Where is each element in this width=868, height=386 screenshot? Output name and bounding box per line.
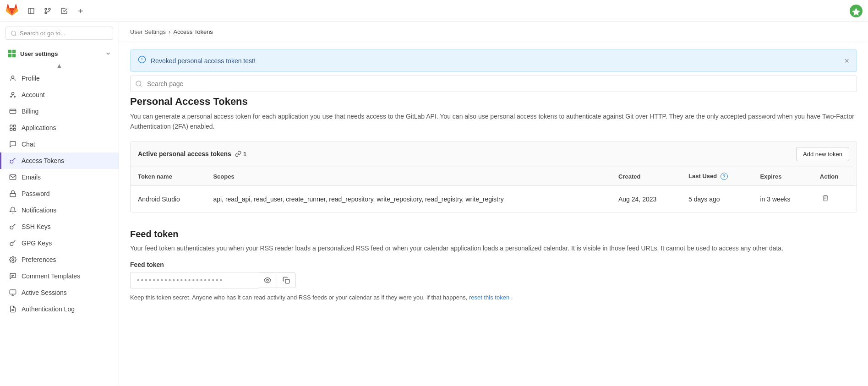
gpg-keys-icon (9, 239, 17, 247)
svg-rect-20 (10, 128, 12, 130)
svg-rect-16 (10, 109, 16, 113)
col-action: Action (813, 167, 857, 186)
sidebar-item-authentication-log[interactable]: Authentication Log (0, 301, 119, 317)
sidebar-nav: Profile Account Billing Applications (0, 70, 119, 317)
svg-rect-29 (10, 290, 16, 294)
sidebar-item-applications[interactable]: Applications (0, 120, 119, 136)
feed-token-description: Your feed token authenticates you when y… (130, 243, 857, 253)
gitlab-logo (5, 4, 18, 18)
breadcrumb-separator: › (169, 28, 170, 35)
token-table-header-left: Active personal access tokens 1 (138, 150, 246, 158)
active-token-count: 1 (243, 151, 246, 158)
token-name-cell: Android Studio (131, 186, 206, 212)
preferences-icon (9, 256, 17, 264)
sidebar: Search or go to... User settings ▲ (0, 22, 119, 386)
sidebar-item-access-tokens[interactable]: Access Tokens (0, 152, 119, 169)
applications-icon (9, 124, 17, 132)
active-sessions-icon (9, 288, 17, 297)
sidebar-item-comment-templates[interactable]: Comment Templates (0, 268, 119, 284)
search-page-input[interactable] (130, 76, 857, 92)
delete-token-button[interactable] (820, 192, 831, 206)
sidebar-item-profile[interactable]: Profile (0, 70, 119, 87)
active-tokens-label: Active personal access tokens (138, 150, 231, 158)
feed-token-value: •••••••••••••••••••••• (130, 272, 258, 288)
pat-title: Personal Access Tokens (130, 96, 857, 108)
svg-point-24 (10, 226, 13, 229)
sidebar-item-gpg-keys-label: GPG Keys (22, 239, 52, 247)
add-button[interactable] (73, 4, 88, 18)
token-last-used-cell: 5 days ago (681, 186, 753, 212)
token-scopes-cell: api, read_api, read_user, create_runner,… (206, 186, 611, 212)
svg-rect-10 (8, 54, 12, 58)
sidebar-toggle-button[interactable] (24, 4, 38, 18)
sidebar-item-active-sessions[interactable]: Active Sessions (0, 284, 119, 301)
breadcrumb-parent[interactable]: User Settings (130, 28, 166, 35)
chat-icon (9, 140, 17, 148)
col-scopes: Scopes (206, 167, 611, 186)
add-new-token-button[interactable]: Add new token (796, 147, 849, 161)
sidebar-item-comment-templates-label: Comment Templates (22, 272, 80, 280)
alert-close-button[interactable]: × (844, 57, 849, 65)
content-body: Personal Access Tokens You can generate … (119, 96, 868, 320)
reveal-feed-token-button[interactable] (258, 272, 277, 288)
svg-rect-9 (12, 50, 16, 54)
svg-point-12 (11, 76, 14, 78)
svg-point-25 (10, 243, 13, 246)
sidebar-item-authentication-log-label: Authentication Log (22, 305, 75, 313)
user-avatar[interactable] (850, 5, 863, 17)
last-used-help-icon[interactable]: ? (721, 173, 728, 180)
svg-rect-18 (10, 125, 12, 127)
emails-icon (9, 173, 17, 181)
sidebar-item-billing[interactable]: Billing (0, 103, 119, 120)
sidebar-item-notifications-label: Notifications (22, 207, 56, 214)
breadcrumb-current: Access Tokens (173, 28, 213, 35)
sidebar-search-wrap: Search or go to... (0, 22, 119, 44)
copy-feed-token-button[interactable] (277, 272, 296, 288)
main-layout: Search or go to... User settings ▲ (0, 22, 868, 386)
sidebar-item-gpg-keys[interactable]: GPG Keys (0, 235, 119, 251)
sidebar-item-account[interactable]: Account (0, 87, 119, 103)
top-bar (0, 0, 868, 22)
sidebar-section-header[interactable]: User settings (0, 44, 119, 61)
sidebar-item-password[interactable]: Password (0, 185, 119, 202)
password-icon (9, 190, 17, 198)
token-created-cell: Aug 24, 2023 (611, 186, 681, 212)
alert-info-icon (138, 55, 146, 66)
sidebar-item-emails[interactable]: Emails (0, 169, 119, 185)
sidebar-item-ssh-keys[interactable]: SSH Keys (0, 218, 119, 235)
scroll-up-button[interactable]: ▲ (56, 62, 63, 69)
sidebar-item-notifications[interactable]: Notifications (0, 202, 119, 218)
ssh-keys-icon (9, 223, 17, 231)
col-token-name: Token name (131, 167, 206, 186)
table-row: Android Studio api, read_api, read_user,… (131, 186, 857, 212)
token-table-wrap: Active personal access tokens 1 Add new … (130, 141, 857, 213)
sidebar-item-profile-label: Profile (22, 75, 40, 82)
alert-message: Revoked personal access token test! (151, 57, 840, 65)
sidebar-section-title: User settings (20, 50, 58, 57)
sidebar-item-access-tokens-label: Access Tokens (22, 157, 64, 164)
token-action-cell (813, 186, 857, 212)
svg-rect-11 (12, 54, 16, 58)
sidebar-item-account-label: Account (22, 91, 45, 98)
search-page-wrap (119, 76, 868, 96)
sidebar-item-ssh-keys-label: SSH Keys (22, 223, 51, 230)
token-table-header: Active personal access tokens 1 Add new … (131, 141, 857, 167)
token-count-badge: 1 (235, 151, 246, 158)
feed-token-label: Feed token (130, 261, 857, 268)
sidebar-item-chat[interactable]: Chat (0, 136, 119, 152)
access-tokens-icon (9, 157, 17, 165)
svg-point-26 (12, 259, 14, 261)
sidebar-search-placeholder: Search or go to... (20, 30, 66, 37)
svg-rect-19 (13, 125, 16, 127)
pat-description: You can generate a personal access token… (130, 111, 857, 132)
sidebar-search-box[interactable]: Search or go to... (5, 27, 113, 40)
comment-templates-icon (9, 272, 17, 280)
todos-button[interactable] (57, 4, 71, 18)
svg-rect-23 (10, 193, 16, 196)
sidebar-item-password-label: Password (22, 190, 49, 197)
merge-requests-button[interactable] (40, 4, 55, 18)
authentication-log-icon (9, 305, 17, 313)
sidebar-item-emails-label: Emails (22, 174, 41, 181)
reset-token-link[interactable]: reset this token (469, 294, 509, 301)
sidebar-item-preferences[interactable]: Preferences (0, 251, 119, 268)
